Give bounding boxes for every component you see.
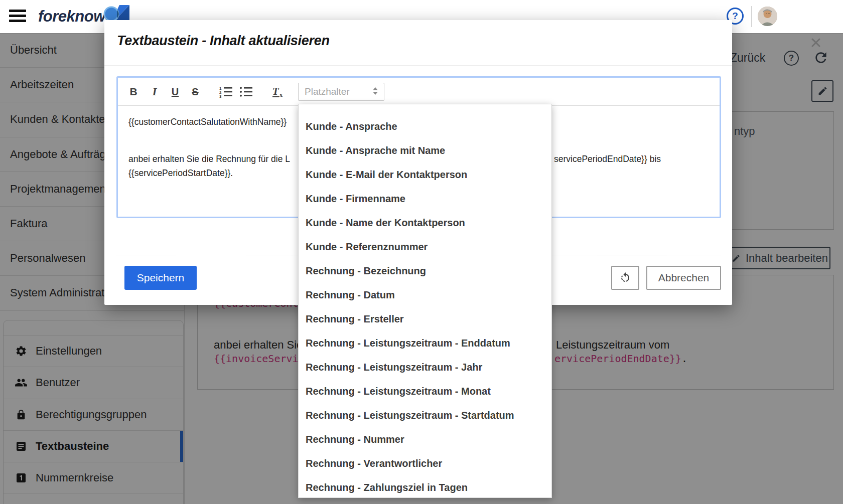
dropdown-option[interactable]: Rechnung - Ersteller — [299, 307, 551, 331]
dropdown-option[interactable]: Rechnung - Datum — [299, 283, 551, 307]
editor-line1: {{customerContactSalutationWithName}} — [128, 117, 287, 127]
editor-paragraph-left: anbei erhalten Sie die Rechnung für die … — [128, 154, 290, 164]
ordered-list-button[interactable]: 123 — [216, 78, 236, 106]
dropdown-option[interactable]: Kunde - E-Mail der Kontaktperson — [299, 162, 551, 187]
bold-button[interactable]: B — [125, 78, 142, 106]
dropdown-option[interactable]: Rechnung - Leistungszeitraum - Enddatum — [299, 331, 551, 355]
app-root: foreknown ? Übersicht Arbe — [0, 0, 843, 504]
dropdown-option[interactable]: Kunde - Ansprache mit Name — [299, 138, 551, 162]
svg-text:3: 3 — [219, 94, 222, 98]
dropdown-option[interactable]: Rechnung - Leistungszeitraum - Monat — [299, 379, 551, 403]
placeholder-dropdown: Kunde - Ansprache Kunde - Ansprache mit … — [298, 104, 552, 498]
dropdown-option[interactable]: Rechnung - Zahlungsziel in Tagen — [299, 475, 551, 499]
strikethrough-button[interactable]: S — [186, 78, 204, 106]
rotate-left-icon — [619, 272, 631, 284]
modal-header-divider — [104, 65, 732, 66]
placeholder-select[interactable]: Platzhalter — [298, 83, 384, 101]
select-arrows-icon — [373, 87, 378, 95]
dropdown-option[interactable]: Kunde - Name der Kontaktperson — [299, 211, 551, 235]
dropdown-option[interactable]: Rechnung - Bezeichnung — [299, 259, 551, 283]
cancel-button[interactable]: Abbrechen — [646, 266, 721, 290]
editor-toolbar: B I U S 123 Tx Platzhalter — [118, 78, 720, 106]
close-icon[interactable] — [809, 36, 822, 49]
italic-button[interactable]: I — [146, 78, 163, 106]
dropdown-option[interactable]: Kunde - Firmenname — [299, 187, 551, 211]
editor-paragraph-right: servicePeriodEndDate}} bis — [554, 154, 661, 164]
unordered-list-button[interactable] — [236, 78, 256, 106]
hamburger-menu-icon[interactable] — [9, 10, 26, 24]
header-divider — [751, 6, 752, 27]
modal-title: Textbaustein - Inhalt aktualisieren — [117, 33, 330, 49]
clear-formatting-button[interactable]: Tx — [266, 78, 289, 106]
underline-button[interactable]: U — [166, 78, 184, 106]
dropdown-option[interactable]: Rechnung - Nummer — [299, 427, 551, 451]
save-button[interactable]: Speichern — [124, 266, 197, 290]
dropdown-option[interactable]: Rechnung - Leistungszeitraum - Startdatu… — [299, 403, 551, 427]
dropdown-option[interactable]: Rechnung - Leistungszeitraum - Jahr — [299, 355, 551, 379]
avatar[interactable] — [758, 7, 777, 26]
dropdown-option[interactable]: Kunde - Referenznummer — [299, 235, 551, 259]
undo-button[interactable] — [611, 266, 639, 290]
editor-paragraph-line2: {{servicePeriodStartDate}}. — [128, 168, 233, 179]
dropdown-option[interactable]: Rechnung - Verantwortlicher — [299, 451, 551, 475]
dropdown-option[interactable]: Kunde - Ansprache — [299, 114, 551, 138]
